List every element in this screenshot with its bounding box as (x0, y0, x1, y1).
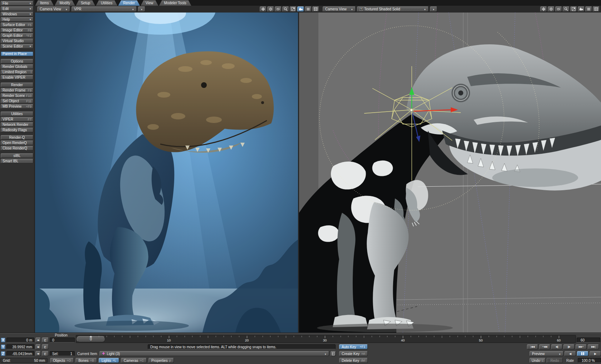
sidebar-item[interactable]: Smart IBL (1, 159, 33, 163)
play-reverse-button[interactable]: ◀ (565, 351, 576, 356)
playback-step-button[interactable]: ▶▶| (588, 344, 599, 349)
sidebar-item[interactable]: Network Render (1, 122, 33, 127)
rotate-view-icon[interactable] (267, 6, 274, 12)
playback-step-button[interactable]: +◀◀ (539, 344, 550, 349)
selection-count-field[interactable]: Sel: 1 (50, 351, 75, 356)
camera-view-icon[interactable] (578, 6, 585, 12)
sidebar-item[interactable]: File (1, 1, 33, 6)
sidebar-item[interactable]: Scene Editor (1, 44, 33, 49)
sidebar-item[interactable]: Options (1, 59, 33, 64)
delete-key-button[interactable]: Delete Key del (339, 358, 368, 363)
item-type-label: Cameras (124, 359, 138, 363)
chevron-down-icon (29, 17, 31, 22)
sidebar-item-label: Render-Q (9, 136, 25, 140)
sidebar-item[interactable]: Windows (1, 12, 33, 16)
sidebar-item[interactable]: Render-Q (1, 135, 33, 140)
sidebar-item[interactable]: Edit (1, 6, 33, 11)
nudge-y-button[interactable] (35, 344, 41, 349)
sidebar-item[interactable]: Parent in Place (1, 51, 33, 56)
playback-step-button[interactable]: |◀◀ (527, 344, 538, 349)
right-render-mode-dropdown[interactable]: T Textured Shaded Solid (357, 6, 429, 12)
frame-save-icon[interactable] (593, 6, 600, 12)
main-tab[interactable]: Render (118, 0, 140, 6)
sidebar-item[interactable]: VIPER F7 (1, 117, 33, 122)
rate-field[interactable]: 100.0 % (578, 358, 601, 363)
item-properties-mini-button[interactable] (331, 351, 336, 356)
list-menu-icon[interactable] (305, 6, 312, 12)
sidebar-item-label: Enable VIPER (3, 75, 25, 80)
playback-step-button[interactable]: ▶▶+ (576, 344, 587, 349)
left-viewport-menu-button[interactable] (138, 6, 145, 12)
main-tab[interactable]: Utilities (96, 0, 117, 6)
timeline-ruler[interactable]: 0 102030405060 (76, 335, 576, 343)
sidebar-item[interactable]: Radiosity Flags (1, 128, 33, 132)
current-item-dropdown[interactable]: ✚ Light (3) (99, 351, 329, 356)
item-type-button[interactable]: Properties p (148, 358, 174, 363)
position-x-field[interactable]: 0 m (6, 338, 34, 343)
sidebar-item[interactable]: Open RenderQ (1, 141, 33, 145)
end-frame-field[interactable]: 60 (577, 338, 600, 343)
main-tab[interactable]: Modeler Tools (159, 0, 191, 6)
sidebar-item[interactable]: Enable VIPER (1, 75, 33, 80)
camera-view-icon[interactable] (297, 6, 304, 12)
main-tab[interactable]: Items (35, 0, 54, 6)
position-z-field[interactable]: -65.0419mm (6, 351, 34, 356)
sidebar-item[interactable]: Sel Object F11 (1, 99, 33, 103)
maximize-viewport-icon[interactable] (290, 6, 297, 12)
item-type-button[interactable]: Cameras +C (121, 358, 147, 363)
sidebar-item[interactable]: Limited Region l (1, 70, 33, 74)
frame-number-field[interactable]: 0 (50, 338, 75, 343)
sidebar-item[interactable]: Image Editor F6 (1, 28, 33, 33)
right-viewport-canvas[interactable] (299, 13, 601, 333)
envelope-z-button[interactable]: E (42, 351, 49, 356)
sidebar-item[interactable]: Render Scene F10 (1, 93, 33, 98)
undo-button[interactable]: Undo ^Z (529, 358, 546, 363)
sidebar-item[interactable]: Surface Editor F5 (1, 23, 33, 27)
right-view-type-dropdown[interactable]: Camera View (323, 6, 356, 12)
playback-step-button[interactable]: ||▶ (563, 344, 575, 349)
sidebar-item[interactable]: Close RenderQ (1, 146, 33, 151)
envelope-y-button[interactable]: E (42, 344, 49, 349)
pause-button[interactable] (577, 351, 588, 356)
nudge-x-button[interactable] (35, 338, 41, 343)
rotate-view-icon[interactable] (548, 6, 554, 12)
main-tab[interactable]: View (141, 0, 158, 6)
frame-save-icon[interactable] (312, 6, 319, 12)
left-render-mode-dropdown[interactable]: VPR (72, 6, 137, 12)
sidebar-item[interactable]: Render (1, 83, 33, 87)
orbit-view-icon[interactable] (275, 6, 282, 12)
main-tab[interactable]: Modify (54, 0, 75, 6)
nudge-z-button[interactable] (35, 351, 41, 356)
main-tab[interactable]: Setup (76, 0, 95, 6)
right-viewport-menu-button[interactable] (430, 6, 437, 12)
zoom-view-icon[interactable] (282, 6, 289, 12)
sidebar-item[interactable]: Virtual Studio (1, 39, 33, 43)
item-type-button[interactable]: Lights +L (99, 358, 119, 363)
pan-view-icon[interactable] (540, 6, 547, 12)
maximize-viewport-icon[interactable] (570, 6, 577, 12)
sidebar-item[interactable]: Render Globals (1, 64, 33, 69)
sidebar-item-shortcut: F6 (26, 28, 31, 33)
sidebar-item[interactable]: Help (1, 17, 33, 22)
sidebar-item[interactable]: Utilities (1, 112, 33, 116)
playback-step-button[interactable]: ◀|| (551, 344, 562, 349)
left-viewport-canvas[interactable] (35, 13, 298, 333)
zoom-view-icon[interactable] (563, 6, 570, 12)
orbit-view-icon[interactable] (555, 6, 562, 12)
sidebar-item[interactable]: Graph Editor ^F2 (1, 33, 33, 38)
list-menu-icon[interactable] (585, 6, 592, 12)
position-y-field[interactable]: 39.9992 mm (6, 344, 34, 349)
sidebar-item[interactable]: MB Preview +F9 (1, 104, 33, 109)
item-type-button[interactable]: Bones +B (75, 358, 97, 363)
left-view-type-dropdown[interactable]: Camera View (37, 6, 70, 12)
auto-key-button[interactable]: Auto Key +F1 (339, 344, 368, 349)
create-key-button[interactable]: Create Key ret (339, 351, 368, 356)
envelope-x-button[interactable]: E (42, 338, 49, 343)
sidebar-item[interactable]: Render Frame F9 (1, 88, 33, 93)
pan-view-icon[interactable] (260, 6, 267, 12)
item-type-button[interactable]: Objects +O (50, 358, 74, 363)
redo-button[interactable]: Redo (547, 358, 563, 363)
preview-dropdown[interactable]: Preview (529, 351, 563, 356)
play-forward-button[interactable]: ▶ (590, 351, 601, 356)
sidebar-item[interactable]: sIBL (1, 153, 33, 158)
